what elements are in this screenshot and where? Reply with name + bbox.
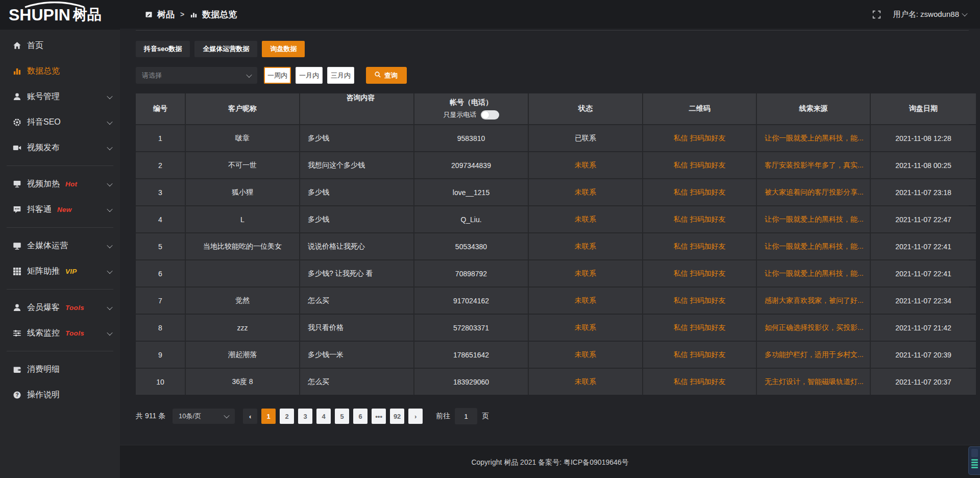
sidebar-item-3[interactable]: 抖音SEO (0, 109, 120, 135)
pagination: 共 911 条 10条/页 ‹ 123456•••92 › 前往 页 (136, 409, 489, 424)
filter-select[interactable]: 请选择 (136, 67, 257, 84)
cell-content: 我想问这个多少钱 (300, 152, 413, 178)
page-button-3[interactable]: 3 (298, 409, 312, 424)
page-ellipsis-button[interactable]: ••• (372, 409, 386, 424)
qr-links[interactable]: 私信 扫码加好友 (643, 179, 756, 205)
menu-badge: New (57, 206, 72, 213)
chevron-down-icon (107, 330, 112, 336)
sidebar-item-8[interactable]: 矩阵助推 VIP (0, 258, 120, 284)
cell-account: 70898792 (414, 260, 528, 286)
next-page-button[interactable]: › (408, 409, 423, 424)
menu-badge: Tools (65, 329, 84, 337)
search-button[interactable]: 查询 (366, 67, 407, 84)
copyright-text: Copyright 树品 2021 备案号: 粤ICP备09019646号 (120, 445, 980, 467)
source-link[interactable]: 感谢大家喜欢我家，被问了好... (757, 288, 870, 314)
sidebar-item-7[interactable]: 全媒体运营 (0, 233, 120, 258)
chat-widget-icon (971, 449, 978, 457)
chat-widget[interactable] (968, 446, 980, 475)
cell-nickname: L (186, 206, 299, 232)
tab-2[interactable]: 询盘数据 (262, 41, 305, 57)
page-button-1[interactable]: 1 (261, 409, 276, 424)
page-button-group: 123456•••92 (261, 409, 408, 424)
sidebar-divider (7, 165, 113, 166)
status-badge: 未联系 (529, 179, 642, 205)
home-icon (13, 41, 21, 50)
sidebar-item-4[interactable]: 视频发布 (0, 135, 120, 160)
source-link[interactable]: 如何正确选择投影仪，买投影... (757, 315, 870, 341)
cell-nickname: 当地比较能吃的一位美女 (186, 233, 299, 259)
qr-links[interactable]: 私信 扫码加好友 (643, 233, 756, 259)
page-button-4[interactable]: 4 (316, 409, 331, 424)
topbar: 树品 > 数据总览 用户名: zswodun88 (0, 0, 980, 29)
chevron-down-icon (107, 181, 112, 186)
tab-0[interactable]: 抖音seo数据 (136, 41, 190, 57)
sidebar-divider (7, 227, 113, 228)
sidebar-item-9[interactable]: 会员爆客 Tools (0, 295, 120, 320)
qr-links[interactable]: 私信 扫码加好友 (643, 315, 756, 341)
fullscreen-icon[interactable] (872, 10, 881, 19)
phone-only-toggle[interactable] (481, 110, 499, 119)
qr-links[interactable]: 私信 扫码加好友 (643, 206, 756, 232)
sidebar-item-11[interactable]: 消费明细 (0, 356, 120, 382)
range-button-2[interactable]: 三月内 (327, 67, 354, 84)
sidebar-item-1[interactable]: 数据总览 (0, 58, 120, 84)
cell-account: 572803371 (414, 315, 528, 341)
source-link[interactable]: 无主灯设计，智能磁吸轨道灯... (757, 369, 870, 395)
cell-account: 178651642 (414, 342, 528, 368)
source-link[interactable]: 被大家追着问的客厅投影分享... (757, 179, 870, 205)
cell-nickname: 不可一世 (186, 152, 299, 178)
tab-1[interactable]: 全媒体运营数据 (194, 41, 257, 57)
user-menu[interactable]: 用户名: zswodun88 (893, 10, 967, 19)
cell-date: 2021-11-07 20:39 (871, 342, 976, 368)
sidebar-item-6[interactable]: 抖客通 New (0, 197, 120, 222)
cell-date: 2021-11-07 23:18 (871, 179, 976, 205)
page-button-5[interactable]: 5 (335, 409, 349, 424)
sidebar-item-2[interactable]: 账号管理 (0, 84, 120, 109)
sidebar-item-5[interactable]: 视频加热 Hot (0, 171, 120, 197)
qr-links[interactable]: 私信 扫码加好友 (643, 260, 756, 286)
col-header-source: 线索来源 (757, 93, 870, 124)
source-link[interactable]: 让你一眼就爱上的黑科技，能... (757, 125, 870, 151)
page-button-92[interactable]: 92 (390, 409, 404, 424)
col-header-date: 询盘日期 (871, 93, 976, 124)
source-link[interactable]: 客厅安装投影半年多了，真实... (757, 152, 870, 178)
monitor-icon (13, 242, 21, 250)
wallet-icon (13, 365, 21, 374)
qr-links[interactable]: 私信 扫码加好友 (643, 342, 756, 368)
source-link[interactable]: 让你一眼就爱上的黑科技，能... (757, 260, 870, 286)
sidebar-menu: 首页 数据总览 账号管理 抖音SEO 视频发布 视频加热 Hot 抖客通 New… (0, 33, 120, 408)
cell-content: 怎么买 (300, 288, 413, 314)
breadcrumb-item-home[interactable]: 树品 (157, 9, 175, 20)
cell-date: 2021-11-07 22:47 (871, 206, 976, 232)
prev-page-button[interactable]: ‹ (243, 409, 257, 424)
page-button-2[interactable]: 2 (280, 409, 294, 424)
page-button-6[interactable]: 6 (353, 409, 368, 424)
source-link[interactable]: 让你一眼就爱上的黑科技，能... (757, 206, 870, 232)
sidebar-item-0[interactable]: 首页 (0, 33, 120, 58)
source-link[interactable]: 让你一眼就爱上的黑科技，能... (757, 233, 870, 259)
source-link[interactable]: 多功能护栏灯，适用于乡村文... (757, 342, 870, 368)
cell-no: 8 (136, 315, 185, 341)
qr-links[interactable]: 私信 扫码加好友 (643, 288, 756, 314)
breadcrumb-separator: > (180, 10, 184, 18)
qr-links[interactable]: 私信 扫码加好友 (643, 125, 756, 151)
qr-links[interactable]: 私信 扫码加好友 (643, 152, 756, 178)
gear-icon (13, 118, 21, 127)
qr-links[interactable]: 私信 扫码加好友 (643, 369, 756, 395)
quick-range-group: 一周内一月内三月内 (264, 67, 359, 84)
page-size-select[interactable]: 10条/页 (173, 409, 235, 424)
breadcrumb: 树品 > 数据总览 (145, 0, 237, 29)
range-button-1[interactable]: 一月内 (296, 67, 323, 84)
filter-bar: 请选择 一周内一月内三月内 查询 (136, 67, 407, 84)
page-size-value: 10条/页 (179, 412, 201, 421)
content-divider (136, 30, 969, 31)
user-area: 用户名: zswodun88 (872, 0, 967, 29)
menu-badge: VIP (65, 268, 77, 275)
range-button-0[interactable]: 一周内 (264, 67, 291, 84)
chevron-down-icon (224, 413, 229, 418)
goto-page-input[interactable] (455, 408, 477, 424)
col-header-qrcode: 二维码 (643, 93, 756, 124)
status-badge: 未联系 (529, 315, 642, 341)
sidebar-item-10[interactable]: 线索监控 Tools (0, 320, 120, 346)
sidebar-item-12[interactable]: ? 操作说明 (0, 382, 120, 408)
